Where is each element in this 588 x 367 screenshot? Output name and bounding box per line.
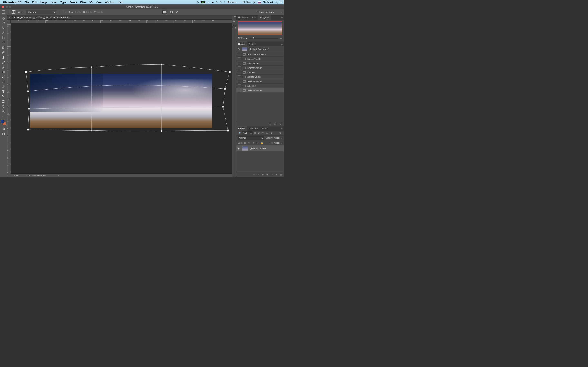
transform-tool-icon[interactable] xyxy=(2,10,6,14)
blend-mode-select[interactable]: Normal xyxy=(238,136,264,140)
layer-thumbnail[interactable] xyxy=(242,146,248,151)
menu-image[interactable]: Image xyxy=(40,1,47,4)
status-zoom[interactable]: 12,5% xyxy=(13,174,18,176)
spotlight-icon[interactable]: 🔍 xyxy=(275,1,278,4)
brush-tool[interactable] xyxy=(1,50,6,55)
filter-smart-icon[interactable]: ▣ xyxy=(270,132,273,134)
delete-state-icon[interactable] xyxy=(279,123,282,125)
menu-file[interactable]: File xyxy=(25,1,29,4)
menu-help[interactable]: Help xyxy=(118,1,123,4)
lock-transparency-icon[interactable]: ▦ xyxy=(244,142,247,144)
lock-artboard-icon[interactable]: ▭ xyxy=(256,142,259,144)
history-state[interactable]: Select Canvas xyxy=(236,79,284,83)
warp-preset-select[interactable]: Custom xyxy=(26,10,56,14)
filter-type-icon[interactable]: T xyxy=(262,132,265,134)
zoom-tool[interactable] xyxy=(1,109,6,113)
history-source-checkbox[interactable] xyxy=(238,89,241,92)
foreground-color-swatch[interactable] xyxy=(1,120,4,123)
menu-window[interactable]: Window xyxy=(105,1,114,4)
vertical-ruler[interactable]: 86420246810121416864202468 xyxy=(7,23,11,177)
window-minimize-button[interactable] xyxy=(6,6,8,8)
ruler-origin[interactable] xyxy=(7,20,11,23)
status-docsize[interactable]: Doc: 185,6M/247,5M xyxy=(26,174,45,176)
layer-fx-icon[interactable]: fx xyxy=(258,173,259,176)
app-menu[interactable]: Photoshop CC xyxy=(3,1,22,4)
layer-filter-select[interactable]: Kind xyxy=(242,131,253,135)
history-state[interactable]: Auto-Blend Layers xyxy=(236,52,284,57)
history-source[interactable]: ✎ Untitled_Panorama1 xyxy=(236,46,284,52)
lock-pixels-icon[interactable]: ✎ xyxy=(248,142,251,144)
history-source-checkbox[interactable] xyxy=(238,75,241,78)
fill-value[interactable]: 100% xyxy=(274,142,280,144)
bluetooth-icon[interactable]: ᛒ xyxy=(224,1,225,4)
history-source-checkbox[interactable] xyxy=(238,62,241,65)
dropbox-icon[interactable]: ⧉ xyxy=(216,1,218,4)
bend-value[interactable]: 0,0 xyxy=(75,11,78,13)
status-flyout-icon[interactable]: ▸ xyxy=(58,174,59,176)
tab-histogram[interactable]: Histogram xyxy=(236,15,250,20)
screenmode-toggle[interactable] xyxy=(1,132,6,136)
battery-status[interactable]: 62 % xyxy=(243,1,251,4)
history-source-checkbox[interactable] xyxy=(238,80,241,83)
delete-layer-icon[interactable]: 🗑 xyxy=(280,173,282,176)
tab-layers[interactable]: Layers xyxy=(236,126,247,131)
eraser-tool[interactable] xyxy=(1,65,6,69)
menu-filter[interactable]: Filter xyxy=(80,1,86,4)
crop-tool[interactable] xyxy=(1,35,6,40)
horizontal-ruler[interactable]: 0510152025303540455055606570758085909510… xyxy=(11,20,232,23)
zoom-in-icon[interactable]: ▲ xyxy=(280,37,282,40)
lock-all-icon[interactable]: 🔒 xyxy=(260,142,263,144)
h-value[interactable]: 0,0 xyxy=(86,11,89,13)
cloud-icon[interactable]: ☁ xyxy=(211,1,214,4)
status-eye-icon[interactable]: ◎ xyxy=(197,1,199,4)
warp-mesh-toggle[interactable] xyxy=(162,9,167,15)
history-source-checkbox[interactable] xyxy=(238,71,241,74)
commit-transform-icon[interactable]: ✓ xyxy=(176,10,178,14)
clock[interactable]: Чт 07:44 xyxy=(263,1,273,4)
layer-group-icon[interactable]: 🗀 xyxy=(271,173,273,176)
history-source-checkbox[interactable] xyxy=(238,58,241,60)
v-value[interactable]: 0,0 xyxy=(97,11,100,13)
clone-stamp-tool[interactable] xyxy=(1,55,6,59)
menu-layer[interactable]: Layer xyxy=(51,1,57,4)
history-brush-tool[interactable] xyxy=(1,60,6,64)
notification-center-icon[interactable]: ☰ xyxy=(280,1,282,4)
history-state[interactable]: Deselect xyxy=(236,83,284,88)
cancel-transform-icon[interactable]: ⊘ xyxy=(170,10,173,14)
zoom-out-icon[interactable]: ▲ xyxy=(246,37,247,39)
link-layers-icon[interactable]: ⚯ xyxy=(253,173,255,176)
new-layer-icon[interactable]: ▣ xyxy=(276,173,277,176)
dodge-tool[interactable] xyxy=(1,80,6,84)
lock-position-icon[interactable]: ✥ xyxy=(252,142,255,144)
filter-adjustment-icon[interactable]: ◐ xyxy=(258,132,261,134)
layer-row[interactable]: 👁 _DSC9679.JPG xyxy=(236,145,284,151)
window-close-button[interactable] xyxy=(2,6,4,8)
menu-select[interactable]: Select xyxy=(69,1,77,4)
navigator-thumbnail[interactable] xyxy=(238,21,282,35)
window-zoom-button[interactable] xyxy=(9,6,11,8)
hand-tool[interactable] xyxy=(1,104,6,108)
tab-history[interactable]: History xyxy=(236,42,247,46)
magic-wand-tool[interactable] xyxy=(1,31,6,35)
tab-navigator[interactable]: Navigator xyxy=(258,15,271,20)
tab-paths[interactable]: Paths xyxy=(260,126,269,131)
panel-menu-icon[interactable]: ≡ xyxy=(280,15,284,20)
layer-mask-icon[interactable]: ◐ xyxy=(262,173,264,176)
tab-info[interactable]: Info xyxy=(250,15,258,20)
lasso-tool[interactable] xyxy=(1,26,6,30)
gdrive-icon[interactable]: △ xyxy=(208,1,209,4)
blur-tool[interactable] xyxy=(1,75,6,79)
paragraph-panel-icon[interactable] xyxy=(232,25,236,29)
history-state[interactable]: Delete Guide xyxy=(236,75,284,79)
history-state[interactable]: Deselect xyxy=(236,70,284,75)
edit-toolbar[interactable]: ••• xyxy=(1,114,6,118)
volume-icon[interactable]: 🔊 xyxy=(253,1,256,4)
adjustment-layer-icon[interactable]: ◑ xyxy=(266,173,268,176)
history-state[interactable]: Merge Visible xyxy=(236,57,284,61)
layer-visibility-icon[interactable]: 👁 xyxy=(238,147,241,150)
navigator-zoom-value[interactable]: 12,5% xyxy=(238,37,244,39)
tab-channels[interactable]: Channels xyxy=(247,126,260,131)
color-swatches[interactable] xyxy=(1,120,6,125)
filter-shape-icon[interactable]: ▭ xyxy=(266,132,269,134)
move-tool[interactable] xyxy=(1,16,6,20)
